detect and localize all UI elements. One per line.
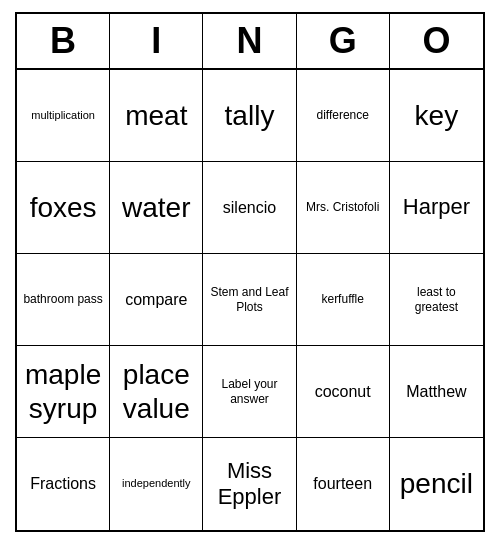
bingo-cell: Fractions [17,438,110,530]
cell-text: tally [225,99,275,133]
cell-text: water [122,191,190,225]
bingo-cell: Miss Eppler [203,438,296,530]
cell-text: meat [125,99,187,133]
cell-text: foxes [30,191,97,225]
bingo-cell: Stem and Leaf Plots [203,254,296,346]
cell-text: key [415,99,459,133]
bingo-cell: Label your answer [203,346,296,438]
header-letter: I [110,14,203,68]
bingo-cell: meat [110,70,203,162]
cell-text: bathroom pass [23,292,102,306]
cell-text: multiplication [31,109,95,122]
bingo-cell: bathroom pass [17,254,110,346]
bingo-cell: silencio [203,162,296,254]
bingo-cell: kerfuffle [297,254,390,346]
bingo-cell: difference [297,70,390,162]
cell-text: Stem and Leaf Plots [207,285,291,314]
bingo-cell: foxes [17,162,110,254]
bingo-grid: multiplicationmeattallydifferencekeyfoxe… [17,70,483,530]
bingo-cell: tally [203,70,296,162]
cell-text: Fractions [30,474,96,493]
cell-text: Mrs. Cristofoli [306,200,379,214]
cell-text: place value [114,358,198,425]
bingo-cell: independently [110,438,203,530]
bingo-cell: Harper [390,162,483,254]
bingo-cell: coconut [297,346,390,438]
cell-text: Harper [403,194,470,220]
header-letter: B [17,14,110,68]
cell-text: Label your answer [207,377,291,406]
bingo-cell: maple syrup [17,346,110,438]
bingo-card: BINGO multiplicationmeattallydifferencek… [15,12,485,532]
bingo-header: BINGO [17,14,483,70]
cell-text: fourteen [313,474,372,493]
bingo-cell: least to greatest [390,254,483,346]
cell-text: difference [316,108,368,122]
cell-text: compare [125,290,187,309]
cell-text: coconut [315,382,371,401]
bingo-cell: multiplication [17,70,110,162]
bingo-cell: place value [110,346,203,438]
header-letter: G [297,14,390,68]
bingo-cell: fourteen [297,438,390,530]
header-letter: N [203,14,296,68]
cell-text: kerfuffle [321,292,363,306]
cell-text: independently [122,477,191,490]
cell-text: silencio [223,198,276,217]
bingo-cell: compare [110,254,203,346]
header-letter: O [390,14,483,68]
bingo-cell: pencil [390,438,483,530]
cell-text: maple syrup [21,358,105,425]
cell-text: least to greatest [394,285,479,314]
bingo-cell: water [110,162,203,254]
cell-text: pencil [400,467,473,501]
bingo-cell: Mrs. Cristofoli [297,162,390,254]
cell-text: Matthew [406,382,466,401]
cell-text: Miss Eppler [207,458,291,511]
bingo-cell: key [390,70,483,162]
bingo-cell: Matthew [390,346,483,438]
